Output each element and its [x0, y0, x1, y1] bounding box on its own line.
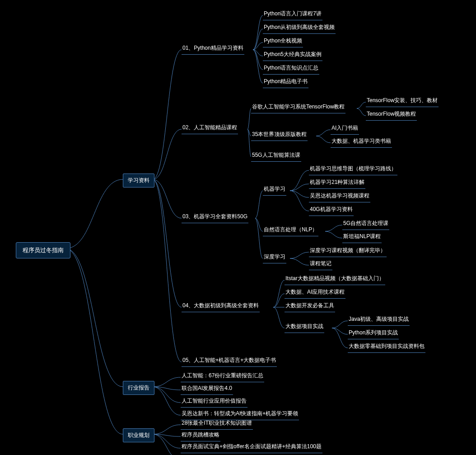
- branch-report[interactable]: 行业报告: [123, 381, 154, 395]
- leaf: 55G人工智能算法课: [251, 151, 301, 162]
- leaf: 机器学习思维导图（梳理学习路线）: [309, 165, 397, 175]
- leaf: Python从初级到高级全套视频: [263, 23, 336, 34]
- node-study-01[interactable]: 01、Python精品学习资料: [182, 44, 244, 55]
- node-study-03[interactable]: 03、机器学习全套资料50G: [182, 213, 248, 223]
- leaf: 大数据零基础到项目实战资料包: [348, 342, 425, 353]
- leaf[interactable]: 谷歌人工智能学习系统TensorFlow教程: [251, 103, 345, 113]
- leaf: 深度学习课程视频（翻译完毕）: [309, 247, 387, 257]
- leaf: Python语言知识点汇总: [263, 64, 319, 75]
- leaf: 课程笔记: [309, 260, 332, 270]
- node-study-05: 05、人工智能+机器语言+大数据电子书: [182, 356, 277, 367]
- leaf: 大数据、AI应用技术课程: [285, 288, 345, 299]
- leaf: 大数据、机器学习类书籍: [331, 137, 392, 148]
- leaf: 40G机器学习资料: [309, 206, 354, 216]
- leaf[interactable]: 35本世界顶级原版教程: [251, 131, 308, 141]
- leaf: Python语言入门课程7讲: [263, 10, 322, 20]
- leaf: Java初级、高级项目实战: [348, 315, 410, 326]
- leaf: 程序员面试宝典+剑指offer名企面试题精讲+经典算法100题: [181, 443, 322, 453]
- leaf: AI入门书籍: [331, 124, 359, 135]
- leaf: 吴恩达新书：转型成为AI快速指南+机器学习要领: [181, 410, 299, 420]
- leaf: 人工智能行业应用价值报告: [181, 397, 247, 408]
- leaf[interactable]: 自然语言处理（NLP）: [263, 226, 318, 236]
- root-node[interactable]: 程序员过冬指南: [16, 242, 70, 258]
- leaf: 机器学习21种算法详解: [309, 178, 365, 189]
- node-study-02[interactable]: 02、人工智能精品课程: [182, 124, 238, 134]
- leaf[interactable]: 机器学习: [263, 185, 286, 196]
- leaf: TensorFlow视频教程: [366, 110, 417, 121]
- leaf: Python5大经典实战案例: [263, 51, 322, 61]
- leaf: 斯坦福NLP课程: [342, 233, 382, 243]
- leaf: 5G自然语言处理课: [342, 220, 389, 230]
- branch-career[interactable]: 职业规划: [123, 428, 154, 442]
- leaf: 程序员跳槽攻略: [181, 431, 220, 441]
- leaf: Python精品电子书: [263, 78, 308, 88]
- leaf: 大数据开发必备工具: [285, 302, 335, 312]
- leaf: 28张最全IT职业技术知识图谱: [181, 419, 253, 430]
- branch-study[interactable]: 学习资料: [123, 174, 154, 188]
- leaf: TensorFlow安装、技巧、教材: [366, 97, 439, 107]
- leaf: 吴恩达机器学习视频课程: [309, 192, 370, 202]
- leaf: Python全栈视频: [263, 37, 303, 47]
- leaf: Python系列项目实战: [348, 329, 399, 339]
- node-study-04[interactable]: 04、大数据初级到高级全套资料: [182, 302, 260, 312]
- leaf: 联合国AI发展报告4.0: [181, 385, 233, 395]
- leaf: 人工智能：67份行业重磅报告汇总: [181, 372, 264, 382]
- leaf: Itstar大数据精品视频（大数据基础入门）: [285, 275, 385, 285]
- leaf[interactable]: 深度学习: [263, 253, 286, 263]
- leaf[interactable]: 大数据项目实战: [285, 323, 324, 333]
